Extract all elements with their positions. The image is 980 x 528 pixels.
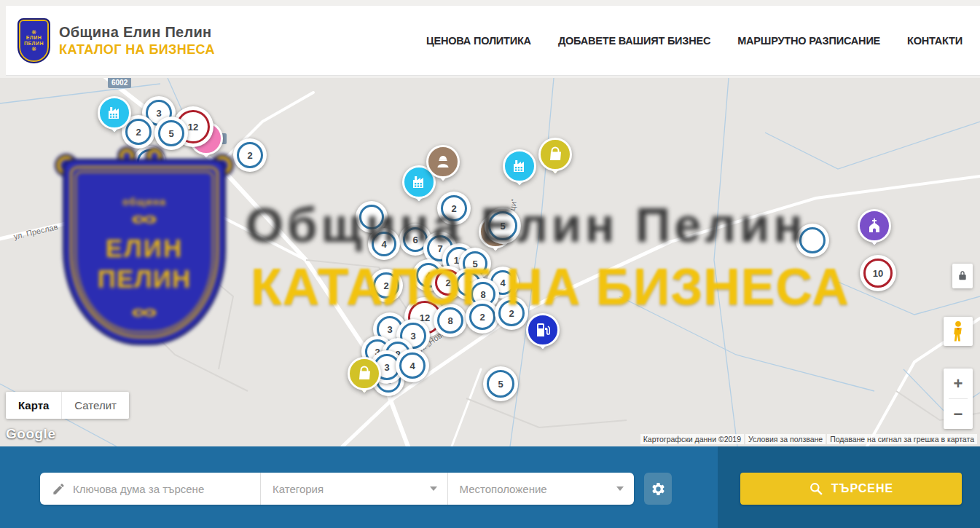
attribution-link[interactable]: Подаване на сигнал за грешка в картата bbox=[827, 434, 977, 444]
shopping-bag-pin[interactable] bbox=[348, 357, 381, 401]
search-button[interactable]: ТЪРСЕНЕ bbox=[740, 473, 962, 505]
cluster-marker[interactable]: 5 bbox=[485, 208, 521, 244]
category-placeholder: Категория bbox=[273, 483, 324, 495]
crest-ornament: ❋ bbox=[31, 30, 36, 35]
attribution-text: Картографски данни ©2019 bbox=[640, 434, 744, 444]
nav-pricing-policy[interactable]: ЦЕНОВА ПОЛИТИКА bbox=[426, 35, 531, 47]
zoom-out-button[interactable]: − bbox=[944, 399, 973, 429]
shopping-bag-icon bbox=[356, 365, 373, 382]
attribution-link[interactable]: Условия за ползване bbox=[745, 434, 826, 444]
cluster-marker[interactable] bbox=[796, 224, 829, 257]
gear-icon bbox=[651, 481, 666, 497]
location-placeholder: Местоположение bbox=[460, 483, 547, 495]
map-attribution: Картографски данни ©2019Условия за ползв… bbox=[640, 434, 977, 444]
cluster-marker[interactable]: 5 bbox=[154, 117, 188, 150]
cluster-marker[interactable]: 10 bbox=[860, 255, 896, 291]
cluster-marker[interactable]: 4 bbox=[368, 228, 400, 260]
cluster-marker[interactable]: 5 bbox=[483, 366, 518, 401]
location-select[interactable]: Местоположение bbox=[448, 473, 635, 505]
keyword-section bbox=[40, 473, 260, 505]
cluster-marker[interactable]: 2 bbox=[466, 300, 499, 334]
nav-add-your-business[interactable]: ДОБАВЕТЕ ВАШИЯТ БИЗНЕС bbox=[558, 35, 710, 47]
factory-icon bbox=[106, 104, 123, 122]
search-panel: Категория Местоположение ТЪРСЕНЕ bbox=[0, 446, 980, 528]
factory-pin[interactable] bbox=[503, 149, 536, 193]
fuel-pump-icon bbox=[534, 321, 552, 339]
shopping-bag-pin[interactable] bbox=[538, 138, 572, 181]
map-type-control: Карта Сателит bbox=[6, 392, 129, 419]
site-logo[interactable]: ❋ ЕЛИН ПЕЛИН ❋ Община Елин Пелин КАТАЛОГ… bbox=[17, 18, 215, 63]
map-type-map-button[interactable]: Карта bbox=[6, 392, 61, 419]
keyword-input[interactable] bbox=[73, 483, 248, 495]
zoom-control: + − bbox=[944, 369, 973, 429]
road-number-badge: 6002 bbox=[108, 78, 131, 88]
site-subtitle: КАТАЛОГ НА БИЗНЕСА bbox=[59, 42, 215, 58]
cluster-marker[interactable] bbox=[133, 146, 165, 178]
worker-pin[interactable] bbox=[426, 145, 460, 189]
worker-icon bbox=[434, 153, 452, 170]
cluster-marker[interactable]: 4 bbox=[396, 349, 429, 382]
church-icon bbox=[866, 217, 883, 235]
church-pin[interactable] bbox=[858, 209, 891, 253]
main-nav: ЦЕНОВА ПОЛИТИКА ДОБАВЕТЕ ВАШИЯТ БИЗНЕС М… bbox=[426, 35, 963, 47]
shopping-bag-icon bbox=[546, 146, 564, 163]
cluster-marker[interactable]: 2 bbox=[495, 296, 528, 330]
zoom-in-button[interactable]: + bbox=[944, 369, 973, 398]
lock-button[interactable] bbox=[952, 264, 973, 288]
advanced-settings-button[interactable] bbox=[644, 473, 672, 505]
search-button-label: ТЪРСЕНЕ bbox=[831, 482, 893, 495]
cluster-marker[interactable]: 2 bbox=[437, 192, 471, 225]
factory-icon bbox=[511, 157, 528, 175]
cluster-marker[interactable]: 8 bbox=[434, 304, 467, 337]
factory-pin[interactable] bbox=[98, 96, 131, 140]
cluster-marker[interactable]: 2 bbox=[369, 269, 403, 302]
pencil-icon bbox=[52, 482, 66, 496]
chevron-down-icon bbox=[616, 486, 624, 491]
crest-ornament2: ❋ bbox=[31, 47, 36, 52]
chevron-down-icon bbox=[430, 486, 437, 491]
cluster-marker[interactable]: 2 bbox=[233, 138, 267, 172]
search-icon bbox=[809, 481, 823, 496]
municipality-crest: ❋ ЕЛИН ПЕЛИН ❋ bbox=[17, 18, 50, 63]
google-logo[interactable]: Google bbox=[6, 426, 55, 442]
google-map[interactable]: община ∞ ЕЛИН ПЕЛИН ∞ Община Елин Пелин … bbox=[0, 78, 980, 446]
lock-icon bbox=[957, 270, 968, 282]
site-header: ❋ ЕЛИН ПЕЛИН ❋ Община Елин Пелин КАТАЛОГ… bbox=[6, 6, 980, 76]
factory-icon bbox=[410, 173, 428, 191]
category-select[interactable]: Категория bbox=[261, 473, 447, 505]
pegman-icon bbox=[949, 320, 968, 342]
nav-contacts[interactable]: КОНТАКТИ bbox=[907, 35, 963, 47]
street-view-pegman[interactable] bbox=[944, 317, 973, 346]
search-field-group: Категория Местоположение bbox=[40, 473, 634, 505]
site-title: Община Елин Пелин bbox=[59, 24, 215, 41]
nav-route-schedule[interactable]: МАРШРУТНО РАЗПИСАНИЕ bbox=[737, 35, 880, 47]
crest-line1: ЕЛИН bbox=[26, 35, 42, 41]
map-type-satellite-button[interactable]: Сателит bbox=[61, 392, 129, 419]
fuel-pin[interactable] bbox=[526, 313, 560, 357]
